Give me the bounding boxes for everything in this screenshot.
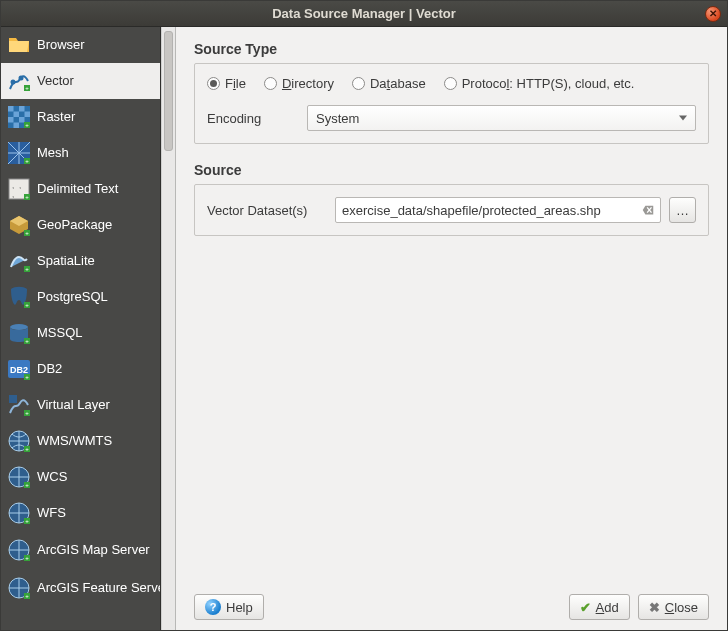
dataset-path-input[interactable]: exercise_data/shapefile/protected_areas.… xyxy=(335,197,661,223)
window-close-button[interactable]: ✕ xyxy=(705,6,721,22)
radio-dot-icon xyxy=(444,77,457,90)
svg-text:+: + xyxy=(25,338,29,344)
sidebar-item-label: PostgreSQL xyxy=(37,290,154,304)
dialog-footer: ? Help ✔ Add ✖ Close xyxy=(194,584,709,620)
sidebar-item-virtual-layer[interactable]: + Virtual Layer xyxy=(1,387,160,423)
browse-button[interactable]: … xyxy=(669,197,696,223)
sidebar-item-geopackage[interactable]: + GeoPackage xyxy=(1,207,160,243)
sidebar-item-mesh[interactable]: + Mesh xyxy=(1,135,160,171)
source-group: Vector Dataset(s) exercise_data/shapefil… xyxy=(194,184,709,236)
sidebar-item-wcs[interactable]: + WCS xyxy=(1,459,160,495)
chevron-down-icon xyxy=(679,116,687,121)
sidebar-scrollbar[interactable] xyxy=(161,27,175,630)
close-icon: ✕ xyxy=(709,9,717,19)
svg-rect-37 xyxy=(9,395,17,403)
sidebar-item-label: GeoPackage xyxy=(37,218,154,232)
source-type-group: File Directory Database Protocol: HTTP(S… xyxy=(194,63,709,144)
svg-point-0 xyxy=(11,80,16,85)
svg-point-1 xyxy=(19,76,24,81)
svg-rect-6 xyxy=(19,106,25,112)
globe-icon: + xyxy=(7,576,31,600)
svg-text:+: + xyxy=(25,593,29,599)
sidebar-item-wfs[interactable]: + WFS xyxy=(1,495,160,531)
sidebar-item-label: WFS xyxy=(37,506,154,520)
radio-directory[interactable]: Directory xyxy=(264,76,334,91)
svg-text:+: + xyxy=(25,410,29,416)
data-source-manager-window: Data Source Manager | Vector ✕ Browser + xyxy=(0,0,728,631)
radio-file[interactable]: File xyxy=(207,76,246,91)
sidebar-item-raster[interactable]: + Raster xyxy=(1,99,160,135)
sidebar-item-browser[interactable]: Browser xyxy=(1,27,160,63)
svg-text:+: + xyxy=(25,446,29,452)
svg-text:+: + xyxy=(25,266,29,272)
postgresql-icon: + xyxy=(7,285,31,309)
sidebar-item-db2[interactable]: DB2+ DB2 xyxy=(1,351,160,387)
sidebar-item-label: SpatiaLite xyxy=(37,254,154,268)
source-title: Source xyxy=(194,162,709,178)
sidebar-item-delimited-text[interactable]: ,,,+ Delimited Text xyxy=(1,171,160,207)
radio-protocol[interactable]: Protocol: HTTP(S), cloud, etc. xyxy=(444,76,635,91)
svg-rect-7 xyxy=(14,112,20,118)
sidebar-item-label: WMS/WMTS xyxy=(37,434,154,448)
delimited-text-icon: ,,,+ xyxy=(7,177,31,201)
radio-dot-icon xyxy=(264,77,277,90)
spatialite-icon: + xyxy=(7,249,31,273)
help-icon: ? xyxy=(205,599,221,615)
encoding-select[interactable]: System xyxy=(307,105,696,131)
raster-icon: + xyxy=(7,105,31,129)
svg-rect-10 xyxy=(19,117,25,123)
svg-text:+: + xyxy=(25,85,29,91)
svg-rect-5 xyxy=(8,106,14,112)
add-button[interactable]: ✔ Add xyxy=(569,594,630,620)
globe-icon: + xyxy=(7,501,31,525)
help-button[interactable]: ? Help xyxy=(194,594,264,620)
svg-text:+: + xyxy=(25,122,29,128)
sidebar-item-label: Browser xyxy=(37,38,154,52)
db2-icon: DB2+ xyxy=(7,357,31,381)
sidebar-item-label: DB2 xyxy=(37,362,154,376)
titlebar: Data Source Manager | Vector ✕ xyxy=(1,1,727,27)
sidebar-item-arcgis-feature[interactable]: + ArcGIS Feature Server xyxy=(1,569,160,607)
svg-rect-9 xyxy=(8,117,14,123)
close-button[interactable]: ✖ Close xyxy=(638,594,709,620)
sidebar-item-wms[interactable]: + WMS/WMTS xyxy=(1,423,160,459)
vector-icon: + xyxy=(7,69,31,93)
scrollbar-thumb[interactable] xyxy=(164,31,173,151)
sidebar-wrap: Browser + Vector + Raster xyxy=(1,27,176,630)
dataset-path-value: exercise_data/shapefile/protected_areas.… xyxy=(342,203,601,218)
svg-rect-8 xyxy=(25,112,31,118)
svg-text:+: + xyxy=(25,158,29,164)
mssql-icon: + xyxy=(7,321,31,345)
close-icon: ✖ xyxy=(649,600,660,615)
sidebar-item-vector[interactable]: + Vector xyxy=(1,63,160,99)
sidebar-item-postgresql[interactable]: + PostgreSQL xyxy=(1,279,160,315)
window-body: Browser + Vector + Raster xyxy=(1,27,727,630)
sidebar-item-label: MSSQL xyxy=(37,326,154,340)
radio-dot-icon xyxy=(352,77,365,90)
geopackage-icon: + xyxy=(7,213,31,237)
globe-icon: + xyxy=(7,538,31,562)
dataset-label: Vector Dataset(s) xyxy=(207,203,327,218)
encoding-label: Encoding xyxy=(207,111,287,126)
mesh-icon: + xyxy=(7,141,31,165)
globe-icon: + xyxy=(7,429,31,453)
svg-text:+: + xyxy=(25,555,29,561)
sidebar-item-label: Mesh xyxy=(37,146,154,160)
svg-text:,: , xyxy=(12,181,14,190)
main-panel: Source Type File Directory Database xyxy=(176,27,727,630)
svg-text:,: , xyxy=(12,190,14,199)
source-type-radios: File Directory Database Protocol: HTTP(S… xyxy=(207,76,696,91)
sidebar-item-spatialite[interactable]: + SpatiaLite xyxy=(1,243,160,279)
sidebar-item-label: Vector xyxy=(37,74,154,88)
sidebar-item-arcgis-map[interactable]: + ArcGIS Map Server xyxy=(1,531,160,569)
svg-point-30 xyxy=(10,324,28,330)
browse-label: … xyxy=(676,203,689,218)
sidebar-item-label: Virtual Layer xyxy=(37,398,154,412)
sidebar-item-label: WCS xyxy=(37,470,154,484)
clear-icon[interactable] xyxy=(640,202,656,218)
sidebar-item-mssql[interactable]: + MSSQL xyxy=(1,315,160,351)
svg-text:+: + xyxy=(25,230,29,236)
radio-database[interactable]: Database xyxy=(352,76,426,91)
window-title: Data Source Manager | Vector xyxy=(272,6,456,21)
dataset-row: Vector Dataset(s) exercise_data/shapefil… xyxy=(207,197,696,223)
